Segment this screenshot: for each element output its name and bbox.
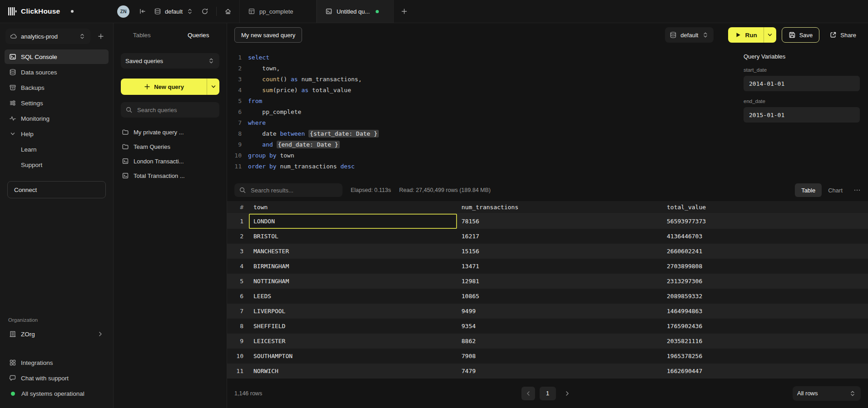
save-button[interactable]: Save <box>782 27 820 43</box>
cell-num-transactions[interactable]: 15156 <box>457 244 662 259</box>
cell-num-transactions[interactable]: 10865 <box>457 289 662 304</box>
cell-num-transactions[interactable]: 78156 <box>457 214 662 229</box>
cell-town[interactable]: MANCHESTER <box>249 244 457 259</box>
view-table-button[interactable]: Table <box>795 183 822 197</box>
share-button[interactable]: Share <box>825 27 861 43</box>
cell-num-transactions[interactable]: 9354 <box>457 319 662 334</box>
cell-total-value[interactable]: 2660602241 <box>662 244 868 259</box>
tab-tables[interactable]: Tables <box>114 32 170 39</box>
saved-query-item-london-transacti[interactable]: London Transacti... <box>114 154 227 168</box>
column-header-total-value[interactable]: total_value <box>662 200 868 215</box>
search-queries-input[interactable] <box>136 106 215 114</box>
code-line-10[interactable]: 10group by town <box>230 150 735 161</box>
sidebar-item-sql-console[interactable]: SQL Console <box>5 49 109 64</box>
cell-town[interactable]: LEEDS <box>249 289 457 304</box>
cell-index[interactable]: 1 <box>227 214 249 229</box>
code-line-1[interactable]: 1select <box>230 52 735 63</box>
cell-index[interactable]: 8 <box>227 319 249 334</box>
new-query-caret[interactable] <box>207 79 219 95</box>
cell-index[interactable]: 11 <box>227 364 249 379</box>
table-row-4[interactable]: 4BIRMINGHAM134712703899808 <box>227 259 868 274</box>
table-row-9[interactable]: 9LEICESTER88622035821116 <box>227 334 868 349</box>
cell-town[interactable]: SHEFFIELD <box>249 319 457 334</box>
sidebar-item-support[interactable]: Support <box>5 157 109 172</box>
cell-total-value[interactable]: 1765902436 <box>662 319 868 334</box>
saved-query-item-total-transaction[interactable]: Total Transaction ... <box>114 168 227 183</box>
cell-num-transactions[interactable]: 8862 <box>457 334 662 349</box>
cell-index[interactable]: 6 <box>227 289 249 304</box>
cell-index[interactable]: 7 <box>227 304 249 319</box>
cell-total-value[interactable]: 2703899808 <box>662 259 868 274</box>
cell-total-value[interactable]: 2035821116 <box>662 334 868 349</box>
column-header-num-transactions[interactable]: num_transactions <box>457 200 662 215</box>
cell-total-value[interactable]: 2313297306 <box>662 274 868 289</box>
cell-total-value[interactable]: 56593977373 <box>662 214 868 229</box>
connect-button[interactable]: Connect <box>7 181 106 198</box>
sql-editor[interactable]: 1select2 town,3 count() as num_transacti… <box>227 47 735 179</box>
table-row-2[interactable]: 2BRISTOL162174136446703 <box>227 229 868 244</box>
sidebar-item-backups[interactable]: Backups <box>5 80 109 95</box>
sidebar-item-help[interactable]: Help <box>5 127 109 141</box>
saved-query-tab[interactable]: My new saved query <box>234 27 302 43</box>
cell-num-transactions[interactable]: 7908 <box>457 349 662 364</box>
cell-total-value[interactable]: 1662690447 <box>662 364 868 379</box>
cell-town[interactable]: BIRMINGHAM <box>249 259 457 274</box>
code-line-9[interactable]: 9 and {end_date: Date } <box>230 139 735 150</box>
cell-town[interactable]: NOTTINGHAM <box>249 274 457 289</box>
topbar-database-select[interactable]: default <box>149 4 198 19</box>
code-line-11[interactable]: 11order by num_transactions desc <box>230 161 735 172</box>
current-page[interactable]: 1 <box>540 387 556 400</box>
sidebar-item-all-systems-operational[interactable]: All systems operational <box>5 386 109 401</box>
code-line-4[interactable]: 4 sum(price) as total_value <box>230 85 735 96</box>
sidebar-item-integrations[interactable]: Integrations <box>5 355 109 370</box>
cell-index[interactable]: 3 <box>227 244 249 259</box>
cell-index[interactable]: 10 <box>227 349 249 364</box>
saved-query-item-my-private-query[interactable]: My private query ... <box>114 125 227 139</box>
cell-town[interactable]: SOUTHAMPTON <box>249 349 457 364</box>
more-options-icon[interactable] <box>853 187 861 194</box>
new-tab-button[interactable] <box>397 5 411 18</box>
collapse-sidebar-button[interactable] <box>136 5 149 18</box>
start-date-input[interactable] <box>744 76 860 91</box>
sidebar-item-learn[interactable]: Learn <box>5 142 109 157</box>
home-button[interactable] <box>221 5 235 18</box>
table-row-6[interactable]: 6LEEDS108652089859332 <box>227 289 868 304</box>
code-line-8[interactable]: 8 date between {start_date: Date } <box>230 128 735 139</box>
search-results-input[interactable] <box>250 187 338 194</box>
cell-town[interactable]: LEICESTER <box>249 334 457 349</box>
cell-town[interactable]: NORWICH <box>249 364 457 379</box>
cell-num-transactions[interactable]: 13471 <box>457 259 662 274</box>
cell-num-transactions[interactable]: 16217 <box>457 229 662 244</box>
cell-index[interactable]: 4 <box>227 259 249 274</box>
table-row-5[interactable]: 5NOTTINGHAM129812313297306 <box>227 274 868 289</box>
previous-page-button[interactable] <box>521 387 535 400</box>
cell-total-value[interactable]: 1464994863 <box>662 304 868 319</box>
table-row-8[interactable]: 8SHEFFIELD93541765902436 <box>227 319 868 334</box>
next-page-button[interactable] <box>560 387 574 400</box>
cell-num-transactions[interactable]: 12981 <box>457 274 662 289</box>
table-row-1[interactable]: 1LONDON7815656593977373 <box>227 214 868 229</box>
cell-index[interactable]: 2 <box>227 229 249 244</box>
cell-town[interactable]: LONDON <box>249 214 457 229</box>
cell-total-value[interactable]: 1965378256 <box>662 349 868 364</box>
table-row-7[interactable]: 7LIVERPOOL94991464994863 <box>227 304 868 319</box>
tab-queries[interactable]: Queries <box>170 32 227 39</box>
tab-untitled-query[interactable]: Untitled qu... <box>317 0 394 23</box>
refresh-button[interactable] <box>198 5 212 18</box>
new-query-main[interactable]: New query <box>121 79 207 95</box>
table-row-3[interactable]: 3MANCHESTER151562660602241 <box>227 244 868 259</box>
cell-total-value[interactable]: 4136446703 <box>662 229 868 244</box>
code-line-6[interactable]: 6 pp_complete <box>230 107 735 118</box>
run-options-caret[interactable] <box>764 27 776 43</box>
code-line-7[interactable]: 7where <box>230 118 735 128</box>
sidebar-item-settings[interactable]: Settings <box>5 96 109 110</box>
add-service-button[interactable] <box>94 29 108 43</box>
view-chart-button[interactable]: Chart <box>822 183 849 197</box>
sidebar-item-chat-with-support[interactable]: Chat with support <box>5 371 109 385</box>
new-query-button[interactable]: New query <box>121 79 219 95</box>
service-select[interactable]: analytics-prod <box>5 29 90 44</box>
run-button[interactable]: Run <box>728 27 763 43</box>
column-header-index[interactable]: # <box>227 200 249 215</box>
table-row-10[interactable]: 10SOUTHAMPTON79081965378256 <box>227 349 868 364</box>
saved-query-item-team-queries[interactable]: Team Queries <box>114 139 227 154</box>
